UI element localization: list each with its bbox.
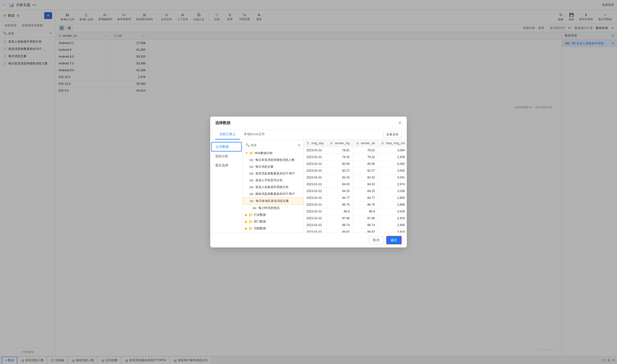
folder-expand-icon: ▼ (245, 151, 248, 155)
preview-cell-sender-lat: 88.82 (353, 229, 378, 233)
nav-my-analysis-label: 我的分析 (215, 154, 228, 158)
preview-row[interactable]: 2023-01-01 87.86 87.86 2,919 (303, 215, 407, 222)
preview-cell-msg-day: 2023-01-01 (303, 154, 327, 161)
preview-row[interactable]: 2023-01-01 88.74 88.74 2,956 (303, 222, 407, 229)
tree-item-text: 功能数据 (254, 226, 301, 231)
preview-header-row: T msg_day # sender_lng # sender_lat (303, 140, 407, 147)
preview-cell-sender-lat: 84.03 (353, 181, 378, 188)
modal-tab-current[interactable]: 当前工程上 (215, 129, 240, 139)
preview-cell-total-msg-cnt: 2,938 (378, 154, 407, 161)
nav-recent-label: 最近选择 (215, 163, 228, 167)
tree-top10-sender[interactable]: DB 发送消息条数最多的10个用户 (243, 170, 303, 177)
preview-cell-sender-lng: 84.77 (327, 195, 353, 201)
db-badge-icon: DB (249, 172, 254, 175)
preview-cell-sender-lat: 78.81 (353, 147, 378, 154)
tree-sender-phone[interactable]: DB 发送人手机型号分布 (243, 177, 303, 184)
preview-cell-sender-lng: 82.27 (327, 167, 353, 174)
preview-cell-sender-lat: 86.9 (353, 208, 378, 215)
modal-header: 选择数据 ✕ (210, 117, 407, 129)
modal-preview: T msg_day # sender_lng # sender_lat (303, 140, 407, 233)
preview-col-msg-day[interactable]: T msg_day (303, 140, 327, 147)
preview-cell-sender-lng: 87.86 (327, 215, 353, 222)
nav-recent[interactable]: 最近选择 (211, 161, 242, 170)
tree-item-text: 部门数据 (254, 220, 301, 224)
tree-func-data[interactable]: ▶ 📁 功能数据 (243, 225, 303, 232)
preview-row[interactable]: 2023-01-01 84.77 84.77 2,869 (303, 195, 407, 201)
preview-cell-sender-lat: 86.76 (353, 201, 378, 208)
preview-cell-sender-lng: 78.81 (327, 147, 353, 154)
tree-receiver-top10[interactable]: DB 接收消息条数最多的10个用户 (243, 191, 303, 197)
preview-col-total-msg-cnt[interactable]: # total_msg_cnt (378, 140, 407, 147)
preview-cell-total-msg-cnt: 3,029 (378, 208, 407, 215)
preview-table: T msg_day # sender_lng # sender_lat (303, 140, 407, 233)
tree-daily-msg-total[interactable]: DB 每日消息总量 (243, 163, 303, 170)
preview-col-sender-lat[interactable]: # sender_lat (353, 140, 378, 147)
preview-row[interactable]: 2023-01-01 82.27 82.27 3,002 (303, 167, 407, 174)
modal-search-filter-icon[interactable]: ⚙ (298, 143, 301, 147)
tree-item-text: 发送人手机型号分布 (255, 178, 301, 183)
preview-cell-sender-lng: 84.25 (327, 188, 353, 195)
preview-cell-sender-lng: 86.9 (327, 208, 353, 215)
preview-cell-total-msg-cnt: 2,889 (378, 201, 407, 208)
preview-cell-msg-day: 2023-01-01 (303, 181, 327, 188)
preview-cell-sender-lng: 88.82 (327, 229, 353, 233)
db-badge-icon: DB (249, 200, 254, 203)
preview-cell-sender-lat: 84.25 (353, 188, 378, 195)
db-badge-icon: DB (249, 159, 254, 162)
preview-cell-sender-lat: 80.06 (353, 161, 378, 167)
modal-title: 选择数据 (215, 121, 230, 125)
tree-daily-send-receive[interactable]: DB 每日发送消息和接收消息人数 (243, 157, 303, 163)
preview-cell-total-msg-cnt: 2,956 (378, 222, 407, 229)
preview-cell-total-msg-cnt: 6,060 (378, 161, 407, 167)
preview-row[interactable]: 2023-01-01 86.9 86.9 3,029 (303, 208, 407, 215)
preview-row[interactable]: 2023-01-01 84.03 84.03 2,874 (303, 181, 407, 188)
nav-my-analysis[interactable]: 我的分析 (211, 152, 242, 161)
batch-select-button[interactable]: 批量选择 (383, 131, 402, 138)
modal-tree: 🔍 ⚙ ▼ 📁 Hive数据分析 DB 每日发送消息和接收消息人数 DB 每日消… (243, 140, 303, 233)
confirm-button[interactable]: 确定 (386, 236, 402, 244)
folder-collapse-icon: ▶ (245, 220, 248, 224)
preview-cell-msg-day: 2023-01-01 (303, 147, 327, 154)
tree-hive-root[interactable]: ▼ 📁 Hive数据分析 (243, 150, 303, 157)
col-type-t-icon: T (306, 142, 310, 145)
modal-tab-excel[interactable]: 本地Excel文件 (240, 129, 269, 139)
db-badge-icon: DB (249, 179, 254, 182)
preview-cell-total-msg-cnt: 3,041 (378, 174, 407, 181)
tree-dept-data[interactable]: ▶ 📁 部门数据 (243, 218, 303, 225)
preview-cell-total-msg-cnt: 3,036 (378, 188, 407, 195)
preview-cell-msg-day: 2023-01-01 (303, 188, 327, 195)
db-badge-icon: DB (249, 193, 254, 196)
tree-item-text: 行业数据 (254, 213, 301, 217)
cancel-button[interactable]: 取消 (368, 236, 384, 244)
folder-icon: 📁 (249, 220, 253, 224)
preview-row[interactable]: 2023-01-01 79.32 79.32 2,938 (303, 154, 407, 161)
preview-row[interactable]: 2023-01-01 78.81 78.81 3,084 (303, 147, 407, 154)
preview-col-sender-lng[interactable]: # sender_lng (327, 140, 353, 147)
tree-daily-regional[interactable]: DB 每日各地区发送消息总量 (243, 197, 303, 205)
preview-row[interactable]: 2023-01-01 80.06 80.06 6,060 (303, 161, 407, 167)
preview-cell-sender-lng: 80.06 (327, 161, 353, 167)
nav-public-data-label: 公共数据 (216, 145, 229, 149)
modal-close-button[interactable]: ✕ (398, 120, 402, 126)
preview-row[interactable]: 2023-01-01 84.25 84.25 3,036 (303, 188, 407, 195)
modal-search-icon: 🔍 (245, 143, 250, 147)
tree-hourly-msg[interactable]: DB 每小时消息情况 (243, 205, 303, 211)
tree-item-text: 每日各地区发送消息总量 (256, 199, 301, 203)
col-sender-lat-label: sender_lat (361, 141, 375, 145)
preview-cell-sender-lat: 82.42 (353, 174, 378, 181)
tree-item-text: 发送人设备操作系统分布 (255, 185, 301, 189)
tree-item-text: 每日消息总量 (255, 165, 301, 169)
preview-row[interactable]: 2023-01-01 86.76 86.76 2,889 (303, 201, 407, 208)
select-data-modal: 选择数据 ✕ 当前工程上 本地Excel文件 批量选择 公共数据 我的分析 (210, 117, 407, 247)
modal-search-input[interactable] (251, 143, 297, 147)
preview-cell-msg-day: 2023-01-01 (303, 201, 327, 208)
tree-industry-data[interactable]: ▶ 📁 行业数据 (243, 211, 303, 218)
preview-cell-sender-lat: 88.74 (353, 222, 378, 229)
preview-row[interactable]: 2023-01-01 88.82 88.82 2,818 (303, 229, 407, 233)
col-type-hash-icon: # (330, 142, 333, 145)
tree-sender-os[interactable]: DB 发送人设备操作系统分布 (243, 184, 303, 191)
nav-public-data[interactable]: 公共数据 (211, 142, 242, 152)
modal-tab-excel-label: 本地Excel文件 (244, 132, 265, 136)
col-total-msg-cnt-label: total_msg_cnt (386, 141, 405, 145)
preview-row[interactable]: 2023-01-01 82.42 82.42 3,041 (303, 174, 407, 181)
